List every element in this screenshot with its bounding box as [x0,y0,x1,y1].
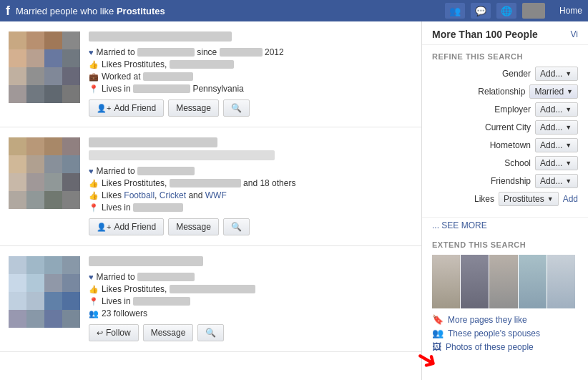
followers-count: 23 followers [102,308,147,318]
person-info-3: ♥ Married to 👍 Likes Prostitutes, 📍 Live… [89,256,413,341]
results-header: More Than 100 People Vi [422,21,588,45]
action-buttons-1: 👤+ Add Friend Message 🔍 [89,99,413,117]
likes-info-2: 👍 Likes Prostitutes, and 18 others [89,178,413,188]
person-info-2: ♥ Married to 👍 Likes Prostitutes, and 18… [89,137,413,235]
avatar-2 [9,137,80,209]
football-info-2: 👍 Likes Football, Cricket and WWF [89,190,413,200]
refine-label-likes: Likes [437,194,494,204]
refine-label-gender: Gender [474,69,531,79]
refine-section: REFINE THIS SEARCH Gender Add...▼ Relati… [422,45,588,218]
spouses-link[interactable]: 👥 These people's spouses [432,328,588,338]
profile-icon[interactable] [522,3,545,19]
friends-icon[interactable]: 👥 [445,3,465,19]
refine-row-relationship: Relationship Married▼ [432,84,578,99]
married-info-3: ♥ Married to [89,272,413,282]
lives-info-2: 📍 Lives in [89,203,413,213]
search-button-2[interactable]: 🔍 [223,218,250,235]
refine-row-likes: Likes Prostitutes▼ Add [432,192,578,206]
refine-label-hometown: Hometown [474,140,531,150]
married-info-2: ♥ Married to [89,166,413,176]
lives-info-3: 📍 Lives in [89,296,413,306]
spouses-icon: 👥 [432,328,444,338]
extend-section: EXTEND THIS SEARCH 🔖 More pages they lik… [422,235,588,361]
nav-icons-group: 👥 💬 🌐 [445,3,545,19]
refine-row-gender: Gender Add...▼ [432,67,578,81]
worked-info-1: 💼 Worked at [89,72,413,82]
spouses-label: These people's spouses [448,328,540,338]
lives-info-1: 📍 Lives in Pennsylvania [89,84,413,94]
likes-info-3: 👍 Likes Prostitutes, [89,284,413,294]
person-name-blurred-2 [89,137,217,147]
action-buttons-3: ↩ Follow Message 🔍 [89,324,413,341]
see-more-link[interactable]: ... SEE MORE [422,218,588,235]
follow-button-3[interactable]: ↩ Follow [89,324,139,341]
refine-select-current-city[interactable]: Add...▼ [535,120,578,135]
refine-label-relationship: Relationship [468,87,525,97]
person-card-2: ♥ Married to 👍 Likes Prostitutes, and 18… [0,127,421,246]
refine-select-relationship[interactable]: Married▼ [529,84,578,99]
messages-icon[interactable]: 💬 [471,3,491,19]
add-friend-button-1[interactable]: 👤+ Add Friend [89,99,164,117]
photos-label: Photos of these people [446,342,534,352]
likes-info-1: 👍 Likes Prostitutes, [89,59,413,69]
add-friend-button-2[interactable]: 👤+ Add Friend [89,218,164,235]
refine-row-employer: Employer Add...▼ [432,102,578,117]
top-navigation: f Married people who like Prostitutes 👥 … [0,0,588,21]
message-button-1[interactable]: Message [168,99,219,117]
extend-title: EXTEND THIS SEARCH [432,240,588,249]
message-button-2[interactable]: Message [168,218,219,235]
view-link[interactable]: Vi [571,29,578,39]
avatar-1 [9,31,80,103]
main-layout: ♥ Married to since 2012 👍 Likes Prostitu… [0,21,588,380]
football-link[interactable]: Football [124,190,155,200]
refine-label-school: School [474,158,531,168]
refine-select-hometown[interactable]: Add...▼ [535,138,578,152]
photos-link[interactable]: 🖼 Photos of these people [432,341,588,352]
page-title: Married people who like Prostitutes [16,6,165,16]
refine-select-school[interactable]: Add...▼ [535,156,578,170]
results-count: More Than 100 People [432,29,538,40]
refine-select-likes[interactable]: Prostitutes▼ [499,192,559,206]
refine-label-friendship: Friendship [474,176,531,186]
right-panel: More Than 100 People Vi REFINE THIS SEAR… [422,21,588,380]
add-likes-link[interactable]: Add [563,194,578,204]
extend-preview [432,255,575,308]
refine-select-friendship[interactable]: Add...▼ [535,174,578,188]
married-info-1: ♥ Married to since 2012 [89,47,413,57]
more-pages-label: More pages they like [448,315,527,325]
results-list: ♥ Married to since 2012 👍 Likes Prostitu… [0,21,422,380]
globe-icon[interactable]: 🌐 [496,3,516,19]
action-buttons-2: 👤+ Add Friend Message 🔍 [89,218,413,235]
followers-info-3: 👥 23 followers [89,308,413,318]
refine-row-friendship: Friendship Add...▼ [432,174,578,188]
wwf-link[interactable]: WWF [205,190,227,200]
message-button-3[interactable]: Message [143,324,194,341]
more-pages-link[interactable]: 🔖 More pages they like [432,314,588,325]
person-info-1: ♥ Married to since 2012 👍 Likes Prostitu… [89,31,413,117]
person-name-blurred-1 [89,31,232,42]
refine-select-gender[interactable]: Add...▼ [535,67,578,81]
refine-row-current-city: Current City Add...▼ [432,120,578,135]
refine-label-employer: Employer [474,104,531,115]
person-card-1: ♥ Married to since 2012 👍 Likes Prostitu… [0,21,421,127]
refine-row-hometown: Hometown Add...▼ [432,138,578,152]
cricket-link[interactable]: Cricket [160,190,186,200]
refine-label-current-city: Current City [474,122,531,132]
person-name-blurred-2b [89,150,275,160]
person-name-blurred-3 [89,256,203,266]
search-button-1[interactable]: 🔍 [223,99,250,117]
search-button-3[interactable]: 🔍 [197,324,224,341]
refine-select-employer[interactable]: Add...▼ [535,102,578,117]
avatar-3 [9,256,80,328]
refine-row-school: School Add...▼ [432,156,578,170]
facebook-logo: f [6,4,10,19]
more-pages-icon: 🔖 [432,314,444,325]
refine-title: REFINE THIS SEARCH [432,52,578,61]
person-card-3: ♥ Married to 👍 Likes Prostitutes, 📍 Live… [0,246,421,352]
home-link[interactable]: Home [559,6,582,16]
